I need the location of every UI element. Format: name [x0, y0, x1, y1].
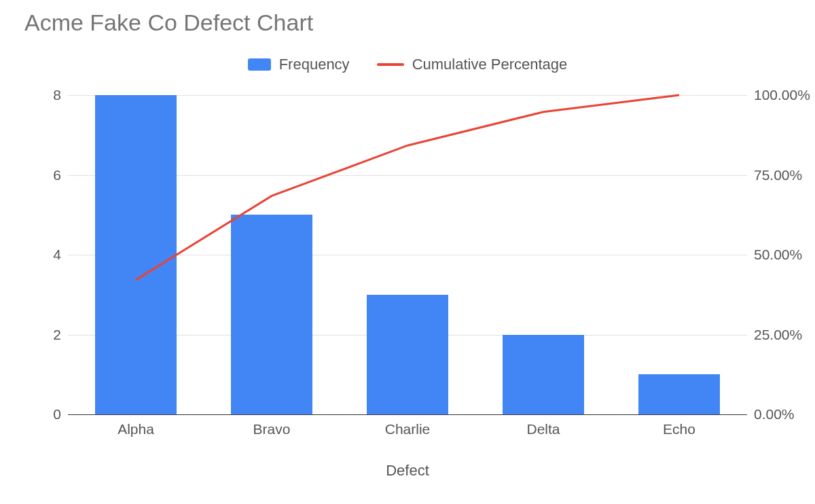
chart-title: Acme Fake Co Defect Chart	[24, 10, 313, 36]
y-right-tick: 100.00%	[754, 87, 815, 103]
legend-item-cumulative: Cumulative Percentage	[377, 56, 568, 73]
legend-swatch-bar-icon	[248, 58, 271, 71]
y-right-tick: 75.00%	[754, 167, 815, 183]
x-tick-label: Alpha	[117, 421, 154, 437]
chart-container: Acme Fake Co Defect Chart Frequency Cumu…	[0, 0, 815, 504]
legend-swatch-line-icon	[377, 63, 404, 66]
x-axis-title: Defect	[68, 462, 747, 480]
plot-area	[68, 95, 747, 415]
cumulative-polyline	[136, 95, 679, 280]
y-right-tick: 50.00%	[754, 247, 815, 263]
plot-region: 0 2 4 6 8 0.00% 25.00% 50.00% 75.00% 100…	[68, 95, 747, 414]
legend-label-cumulative: Cumulative Percentage	[412, 56, 568, 73]
legend-label-frequency: Frequency	[279, 56, 350, 73]
y-left-tick: 0	[20, 406, 61, 422]
cumulative-line	[68, 95, 747, 414]
x-tick-label: Charlie	[385, 421, 431, 437]
x-tick-label: Echo	[663, 421, 695, 437]
y-right-tick: 25.00%	[754, 327, 815, 343]
x-tick-label: Bravo	[253, 421, 291, 437]
x-tick-label: Delta	[526, 421, 560, 437]
y-left-tick: 8	[20, 87, 61, 103]
y-right-tick: 0.00%	[754, 406, 815, 422]
y-left-tick: 2	[20, 327, 61, 343]
y-left-tick: 6	[20, 167, 61, 183]
chart-legend: Frequency Cumulative Percentage	[0, 56, 815, 73]
y-left-tick: 4	[20, 247, 61, 263]
legend-item-frequency: Frequency	[248, 56, 350, 73]
